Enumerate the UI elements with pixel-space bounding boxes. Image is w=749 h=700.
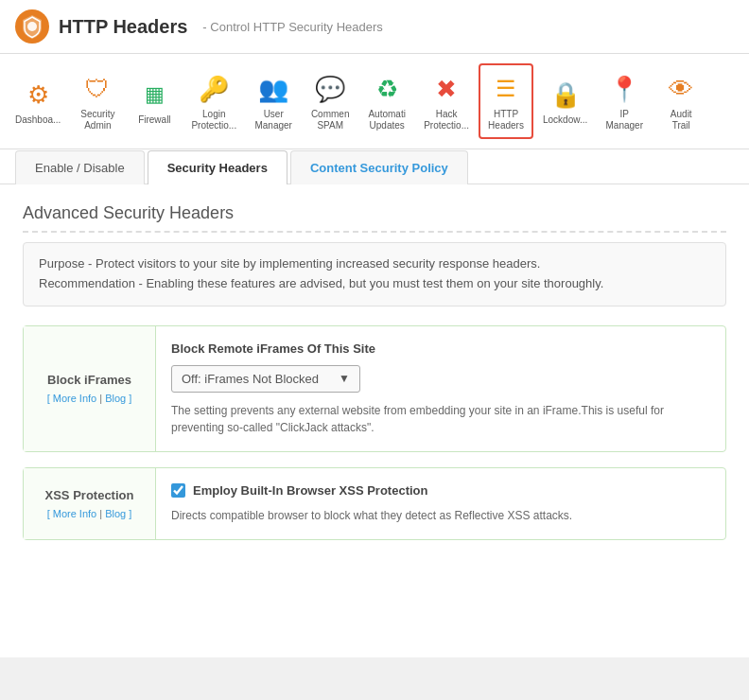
nav-label-audit-trail: AuditTrail (671, 109, 692, 131)
lockdown-icon: 🔒 (548, 77, 584, 113)
nav-item-auto-updates[interactable]: ♻ AutomatiUpdates (359, 65, 414, 137)
nav-label-lockdown: Lockdow... (543, 114, 587, 126)
more-info-link-iframes[interactable]: [ More Info (47, 393, 97, 404)
auto-updates-icon: ♻ (369, 71, 405, 107)
comment-spam-icon: 💬 (312, 71, 348, 107)
nav-label-comment-spam: CommenSPAM (311, 109, 350, 131)
block-iframes-links: [ More Info | Blog ] (47, 393, 132, 404)
nav-item-security-admin[interactable]: 🛡 SecurityAdmin (70, 65, 125, 137)
nav-label-user-manager: UserManager (254, 109, 291, 131)
dashboard-icon: ⚙ (20, 77, 56, 113)
section-title: Advanced Security Headers (23, 203, 726, 233)
app-title: HTTP Headers (59, 16, 187, 38)
svg-point-1 (27, 22, 37, 31)
user-manager-icon: 👥 (255, 71, 291, 107)
nav-item-comment-spam[interactable]: 💬 CommenSPAM (303, 65, 357, 137)
xss-protection-label-col: XSS Protection [ More Info | Blog ] (24, 468, 156, 539)
nav-item-user-manager[interactable]: 👥 UserManager (246, 65, 301, 137)
info-box: Purpose - Protect visitors to your site … (23, 242, 726, 306)
setting-card-xss-protection: XSS Protection [ More Info | Blog ] Empl… (23, 467, 726, 540)
nav-item-login-protection[interactable]: 🔑 LoginProtectio... (183, 65, 244, 137)
more-info-link-xss[interactable]: [ More Info (47, 508, 97, 519)
firewall-icon: ▦ (136, 77, 172, 113)
nav-label-auto-updates: AutomatiUpdates (368, 109, 405, 131)
select-arrow-icon: ▼ (339, 372, 350, 385)
iframes-select[interactable]: Off: iFrames Not Blocked ▼ (171, 365, 360, 393)
nav-label-hack-protection: HackProtectio... (424, 109, 469, 131)
nav-label-ip-manager: IPManager (606, 109, 643, 131)
nav-item-firewall[interactable]: ▦ Firewall (127, 71, 182, 131)
ip-manager-icon: 📍 (606, 71, 642, 107)
nav-item-hack-protection[interactable]: ✖ HackProtectio... (416, 65, 477, 137)
http-headers-icon: ☰ (488, 71, 524, 107)
tab-security-headers[interactable]: Security Headers (148, 150, 287, 184)
block-iframes-content: Block Remote iFrames Of This Site Off: i… (156, 326, 725, 451)
nav-label-login-protection: LoginProtectio... (191, 109, 236, 131)
nav-label-firewall: Firewall (138, 114, 170, 126)
nav-item-audit-trail[interactable]: 👁 AuditTrail (653, 65, 708, 137)
nav-label-http-headers: HTTPHeaders (488, 109, 524, 131)
xss-protection-content: Employ Built-In Browser XSS Protection D… (156, 468, 725, 539)
hack-protection-icon: ✖ (428, 71, 464, 107)
tab-enable-disable[interactable]: Enable / Disable (15, 150, 145, 184)
nav-label-dashboard: Dashboa... (15, 114, 61, 126)
tab-content-security-policy[interactable]: Content Security Policy (290, 150, 468, 184)
xss-protection-title: XSS Protection (45, 488, 134, 502)
xss-protection-links: [ More Info | Blog ] (47, 508, 132, 519)
info-line1: Purpose - Protect visitors to your site … (39, 254, 710, 274)
xss-checkbox-label: Employ Built-In Browser XSS Protection (193, 483, 427, 498)
nav-label-security-admin: SecurityAdmin (80, 109, 114, 131)
main-content: Advanced Security Headers Purpose - Prot… (0, 184, 749, 657)
app-logo-icon (15, 9, 49, 44)
xss-protection-desc: Directs compatible browser to block what… (171, 507, 710, 524)
setting-card-block-iframes: Block iFrames [ More Info | Blog ] Block… (23, 325, 726, 452)
app-header: HTTP Headers - Control HTTP Security Hea… (0, 0, 749, 54)
xss-checkbox[interactable] (171, 483, 185, 498)
block-iframes-content-title: Block Remote iFrames Of This Site (171, 341, 710, 356)
nav-item-ip-manager[interactable]: 📍 IPManager (597, 65, 652, 137)
nav-bar: ⚙ Dashboa... 🛡 SecurityAdmin ▦ Firewall … (0, 54, 749, 149)
block-iframes-desc: The setting prevents any external websit… (171, 402, 710, 436)
block-iframes-title: Block iFrames (47, 373, 131, 387)
blog-link-xss[interactable]: Blog ] (105, 508, 131, 519)
tabs-container: Enable / Disable Security Headers Conten… (0, 149, 749, 184)
blog-link-iframes[interactable]: Blog ] (105, 393, 131, 404)
security-admin-icon: 🛡 (79, 71, 115, 107)
audit-trail-icon: 👁 (663, 71, 699, 107)
login-protection-icon: 🔑 (196, 71, 232, 107)
app-subtitle: - Control HTTP Security Headers (202, 20, 383, 34)
iframes-select-value: Off: iFrames Not Blocked (182, 372, 319, 386)
block-iframes-label-col: Block iFrames [ More Info | Blog ] (24, 326, 156, 451)
nav-item-lockdown[interactable]: 🔒 Lockdow... (535, 71, 595, 131)
nav-item-dashboard[interactable]: ⚙ Dashboa... (8, 71, 68, 131)
info-line2: Recommendation - Enabling these features… (39, 274, 710, 294)
xss-checkbox-row: Employ Built-In Browser XSS Protection (171, 483, 710, 498)
nav-item-http-headers[interactable]: ☰ HTTPHeaders (479, 63, 533, 139)
